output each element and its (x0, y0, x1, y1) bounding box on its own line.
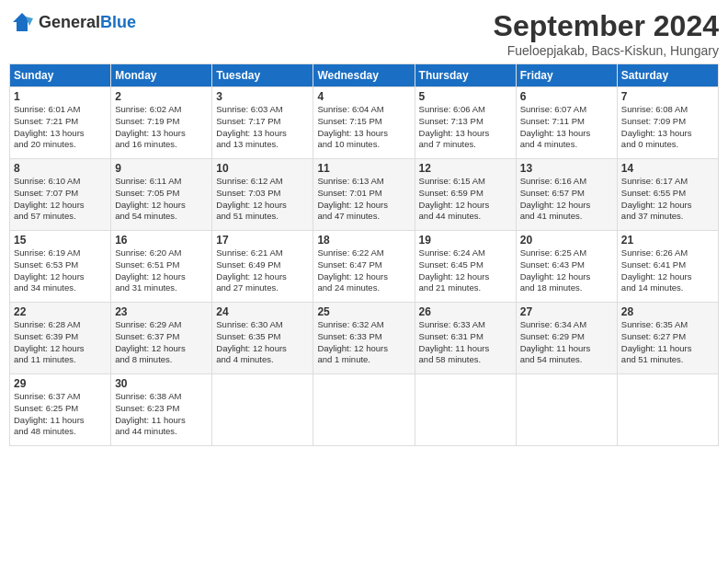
cell-content: Sunrise: 6:26 AMSunset: 6:41 PMDaylight:… (621, 247, 714, 294)
day-number: 3 (216, 90, 309, 103)
logo-icon (9, 9, 35, 35)
page-title: September 2024 (494, 9, 719, 43)
cell-line: Sunrise: 6:25 AM (520, 247, 613, 259)
cell-content: Sunrise: 6:16 AMSunset: 6:57 PMDaylight:… (520, 176, 613, 223)
calendar-cell: 25Sunrise: 6:32 AMSunset: 6:33 PMDayligh… (313, 303, 415, 374)
cell-line: Sunset: 6:35 PM (216, 331, 309, 343)
logo: GeneralBlue (9, 9, 136, 35)
cell-line: and 51 minutes. (621, 354, 714, 366)
cell-line: Daylight: 12 hours (621, 271, 714, 283)
cell-line: Sunset: 6:29 PM (520, 331, 613, 343)
cell-line: Sunrise: 6:19 AM (14, 247, 107, 259)
calendar-week-3: 15Sunrise: 6:19 AMSunset: 6:53 PMDayligh… (10, 231, 719, 303)
cell-content: Sunrise: 6:32 AMSunset: 6:33 PMDaylight:… (317, 319, 410, 366)
day-number: 26 (419, 305, 512, 318)
cell-line: and 11 minutes. (14, 354, 107, 366)
cell-line: Sunset: 7:03 PM (216, 188, 309, 200)
calendar-cell: 11Sunrise: 6:13 AMSunset: 7:01 PMDayligh… (313, 159, 415, 231)
cell-line: and 57 minutes. (14, 211, 107, 223)
calendar-cell: 15Sunrise: 6:19 AMSunset: 6:53 PMDayligh… (10, 231, 111, 303)
cell-content: Sunrise: 6:35 AMSunset: 6:27 PMDaylight:… (621, 319, 714, 366)
cell-line: Sunrise: 6:13 AM (317, 176, 410, 188)
cell-line: Sunrise: 6:15 AM (419, 176, 512, 188)
day-number: 7 (621, 90, 714, 103)
day-number: 8 (14, 162, 107, 175)
day-number: 1 (14, 90, 107, 103)
cell-line: Sunset: 6:51 PM (115, 259, 208, 271)
cell-line: and 4 minutes. (216, 354, 309, 366)
logo-general: General (39, 13, 100, 31)
cell-line: Sunrise: 6:04 AM (317, 104, 410, 116)
calendar-week-4: 22Sunrise: 6:28 AMSunset: 6:39 PMDayligh… (10, 303, 719, 374)
calendar-cell: 19Sunrise: 6:24 AMSunset: 6:45 PMDayligh… (415, 231, 516, 303)
cell-line: Sunrise: 6:10 AM (14, 176, 107, 188)
cell-line: Sunrise: 6:29 AM (115, 319, 208, 331)
cell-line: Daylight: 13 hours (14, 128, 107, 140)
cell-line: Daylight: 11 hours (520, 343, 613, 355)
cell-line: Sunrise: 6:30 AM (216, 319, 309, 331)
cell-line: Sunrise: 6:38 AM (115, 391, 208, 403)
cell-line: and 18 minutes. (520, 282, 613, 294)
cell-line: and 8 minutes. (115, 354, 208, 366)
calendar-cell: 13Sunrise: 6:16 AMSunset: 6:57 PMDayligh… (516, 159, 617, 231)
cell-line: Daylight: 13 hours (419, 128, 512, 140)
cell-line: Sunrise: 6:22 AM (317, 247, 410, 259)
cell-line: Sunrise: 6:16 AM (520, 176, 613, 188)
cell-line: Sunset: 6:27 PM (621, 331, 714, 343)
cell-line: Sunrise: 6:37 AM (14, 391, 107, 403)
day-number: 10 (216, 162, 309, 175)
cell-line: Sunset: 6:43 PM (520, 259, 613, 271)
cell-line: and 48 minutes. (14, 426, 107, 438)
title-area: September 2024 Fueloepjakab, Bacs-Kiskun… (494, 9, 719, 58)
cell-line: Daylight: 13 hours (520, 128, 613, 140)
cell-line: Sunset: 6:55 PM (621, 188, 714, 200)
cell-line: Daylight: 12 hours (115, 200, 208, 212)
cell-content: Sunrise: 6:07 AMSunset: 7:11 PMDaylight:… (520, 104, 613, 151)
cell-line: Sunrise: 6:34 AM (520, 319, 613, 331)
cell-line: and 58 minutes. (419, 354, 512, 366)
cell-line: and 24 minutes. (317, 282, 410, 294)
cell-line: Sunrise: 6:01 AM (14, 104, 107, 116)
cell-line: and 10 minutes. (317, 139, 410, 151)
cell-line: Sunrise: 6:17 AM (621, 176, 714, 188)
cell-line: and 21 minutes. (419, 282, 512, 294)
cell-line: and 27 minutes. (216, 282, 309, 294)
cell-line: Sunset: 6:39 PM (14, 331, 107, 343)
cell-content: Sunrise: 6:03 AMSunset: 7:17 PMDaylight:… (216, 104, 309, 151)
cell-line: Sunrise: 6:20 AM (115, 247, 208, 259)
day-number: 9 (115, 162, 208, 175)
calendar-cell: 8Sunrise: 6:10 AMSunset: 7:07 PMDaylight… (10, 159, 111, 231)
cell-content: Sunrise: 6:06 AMSunset: 7:13 PMDaylight:… (419, 104, 512, 151)
cell-line: Sunset: 7:17 PM (216, 116, 309, 128)
cell-line: Sunrise: 6:26 AM (621, 247, 714, 259)
day-number: 17 (216, 234, 309, 247)
calendar-cell: 1Sunrise: 6:01 AMSunset: 7:21 PMDaylight… (10, 87, 111, 159)
calendar-cell: 22Sunrise: 6:28 AMSunset: 6:39 PMDayligh… (10, 303, 111, 374)
cell-line: Sunset: 6:57 PM (520, 188, 613, 200)
cell-line: Daylight: 13 hours (621, 128, 714, 140)
page-subtitle: Fueloepjakab, Bacs-Kiskun, Hungary (494, 43, 719, 58)
cell-line: Daylight: 12 hours (419, 200, 512, 212)
day-number: 22 (14, 305, 107, 318)
calendar-cell: 6Sunrise: 6:07 AMSunset: 7:11 PMDaylight… (516, 87, 617, 159)
calendar-cell: 17Sunrise: 6:21 AMSunset: 6:49 PMDayligh… (212, 231, 313, 303)
cell-content: Sunrise: 6:12 AMSunset: 7:03 PMDaylight:… (216, 176, 309, 223)
cell-line: Daylight: 12 hours (520, 200, 613, 212)
cell-line: and 0 minutes. (621, 139, 714, 151)
cell-content: Sunrise: 6:10 AMSunset: 7:07 PMDaylight:… (14, 176, 107, 223)
cell-line: and 41 minutes. (520, 211, 613, 223)
calendar-week-2: 8Sunrise: 6:10 AMSunset: 7:07 PMDaylight… (10, 159, 719, 231)
header-friday: Friday (516, 64, 617, 87)
calendar-cell: 21Sunrise: 6:26 AMSunset: 6:41 PMDayligh… (617, 231, 718, 303)
calendar-header-row: SundayMondayTuesdayWednesdayThursdayFrid… (10, 64, 719, 87)
calendar-cell: 4Sunrise: 6:04 AMSunset: 7:15 PMDaylight… (313, 87, 415, 159)
cell-line: Sunrise: 6:03 AM (216, 104, 309, 116)
cell-line: Sunset: 7:09 PM (621, 116, 714, 128)
calendar-cell: 26Sunrise: 6:33 AMSunset: 6:31 PMDayligh… (415, 303, 516, 374)
calendar-cell: 29Sunrise: 6:37 AMSunset: 6:25 PMDayligh… (10, 374, 111, 446)
cell-content: Sunrise: 6:11 AMSunset: 7:05 PMDaylight:… (115, 176, 208, 223)
cell-line: Daylight: 12 hours (419, 271, 512, 283)
cell-line: and 14 minutes. (621, 282, 714, 294)
cell-line: Sunrise: 6:32 AM (317, 319, 410, 331)
cell-line: and 4 minutes. (520, 139, 613, 151)
